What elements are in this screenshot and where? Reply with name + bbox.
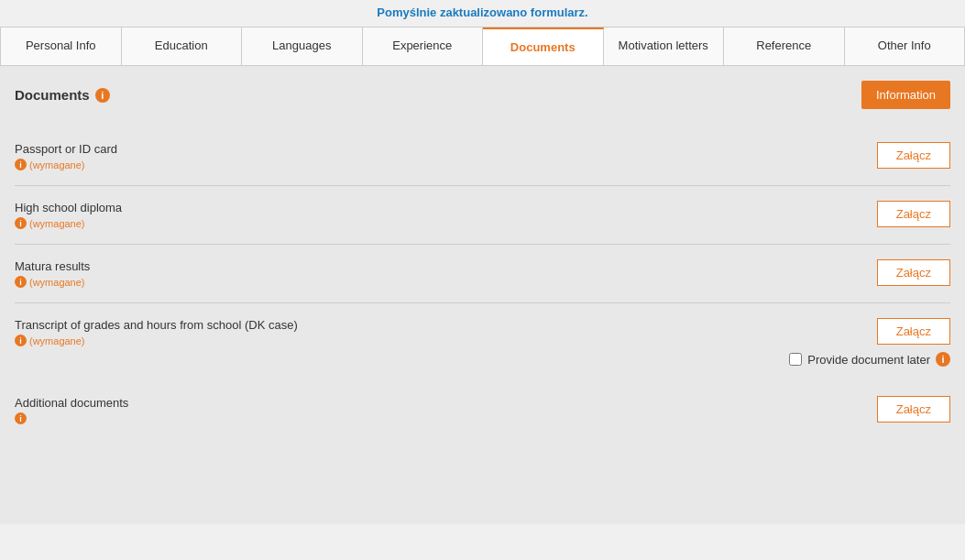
doc-required-icon-0[interactable]: i [15, 159, 27, 170]
documents-list: Passport or ID cardi(wymagane)ZałączHigh… [15, 127, 950, 381]
provide-later-3: Provide document lateri [789, 352, 950, 367]
doc-required-text-1: (wymagane) [29, 218, 85, 229]
doc-right-1: Załącz [877, 201, 950, 227]
provide-later-checkbox-3[interactable] [789, 353, 802, 366]
tab-personal-info[interactable]: Personal Info [1, 27, 122, 65]
additional-doc-info-icon[interactable]: i [15, 412, 27, 424]
doc-required-icon-1[interactable]: i [15, 217, 27, 229]
doc-label-2: Matura resultsi(wymagane) [15, 259, 90, 288]
provide-later-info-icon-3[interactable]: i [936, 352, 950, 367]
document-row-3: Transcript of grades and hours from scho… [15, 303, 950, 381]
doc-label-0: Passport or ID cardi(wymagane) [15, 142, 117, 170]
doc-right-2: Załącz [877, 259, 950, 286]
additional-doc-attach-button[interactable]: Załącz [877, 396, 950, 423]
doc-required-3: i(wymagane) [15, 335, 298, 346]
section-title: Documents i [15, 87, 110, 103]
doc-name-2: Matura results [15, 259, 90, 273]
tab-documents[interactable]: Documents [483, 27, 604, 65]
doc-label-3: Transcript of grades and hours from scho… [15, 318, 298, 346]
doc-required-icon-2[interactable]: i [15, 276, 27, 288]
section-header: Documents i Information [15, 81, 950, 109]
main-content: Documents i Information Passport or ID c… [0, 66, 965, 524]
doc-right-3: ZałączProvide document lateri [789, 318, 950, 367]
doc-required-icon-3[interactable]: i [15, 335, 27, 346]
doc-right-0: Załącz [877, 142, 950, 169]
doc-attach-button-0[interactable]: Załącz [877, 142, 950, 169]
doc-name-3: Transcript of grades and hours from scho… [15, 318, 298, 332]
doc-required-text-0: (wymagane) [29, 159, 85, 170]
additional-document-row: Additional documents i Załącz [15, 381, 950, 439]
doc-name-0: Passport or ID card [15, 142, 117, 156]
document-row-0: Passport or ID cardi(wymagane)Załącz [15, 127, 950, 186]
doc-label-1: High school diplomai(wymagane) [15, 201, 122, 229]
tab-education[interactable]: Education [122, 27, 243, 65]
information-button[interactable]: Information [861, 81, 950, 109]
tab-other-info[interactable]: Other Info [845, 27, 965, 65]
doc-required-text-2: (wymagane) [29, 277, 85, 288]
doc-required-1: i(wymagane) [15, 217, 122, 229]
doc-required-2: i(wymagane) [15, 276, 90, 288]
additional-doc-name: Additional documents [15, 396, 128, 410]
tab-reference[interactable]: Reference [724, 27, 845, 65]
tab-experience[interactable]: Experience [363, 27, 484, 65]
doc-name-1: High school diploma [15, 201, 122, 214]
provide-later-label-3: Provide document later [807, 353, 930, 367]
document-row-1: High school diplomai(wymagane)Załącz [15, 186, 950, 245]
section-info-icon[interactable]: i [95, 88, 110, 103]
doc-required-text-3: (wymagane) [29, 335, 85, 346]
tabs-navigation: Personal InfoEducationLanguagesExperienc… [0, 27, 965, 66]
tab-motivation-letters[interactable]: Motivation letters [604, 27, 725, 65]
doc-attach-button-2[interactable]: Załącz [877, 259, 950, 286]
document-row-2: Matura resultsi(wymagane)Załącz [15, 245, 950, 303]
tab-languages[interactable]: Languages [242, 27, 363, 65]
doc-required-0: i(wymagane) [15, 159, 117, 170]
section-title-text: Documents [15, 87, 90, 103]
additional-doc-label: Additional documents i [15, 396, 128, 424]
doc-attach-button-3[interactable]: Załącz [877, 318, 950, 345]
success-message: Pomyślnie zaktualizowano formularz. [0, 0, 965, 27]
doc-attach-button-1[interactable]: Załącz [877, 201, 950, 227]
